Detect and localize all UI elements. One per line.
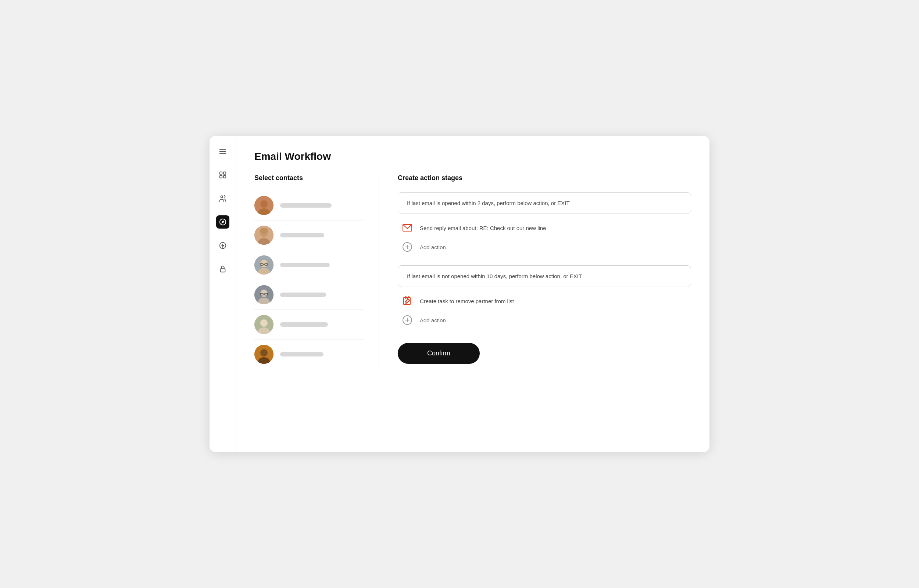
lock-icon[interactable]: [216, 262, 229, 276]
svg-point-35: [260, 349, 268, 357]
svg-rect-5: [220, 176, 222, 178]
add-action-label-1: Add action: [420, 244, 446, 250]
stage-actions-1: Send reply email about: RE: Check out ou…: [398, 221, 691, 254]
task-action-icon: [401, 294, 414, 308]
contact-name-placeholder: [280, 263, 330, 267]
add-action-row-1[interactable]: Add action: [401, 240, 691, 254]
list-item[interactable]: [254, 339, 364, 369]
menu-icon[interactable]: [216, 145, 229, 158]
app-window: Email Workflow Select contacts: [210, 136, 709, 452]
contact-list: [254, 191, 364, 369]
svg-point-18: [260, 228, 268, 234]
contact-name-placeholder: [280, 292, 326, 297]
list-item[interactable]: [254, 280, 364, 310]
svg-marker-9: [221, 221, 224, 223]
right-panel: Create action stages If last email is op…: [380, 174, 691, 369]
svg-rect-6: [223, 176, 225, 178]
stage-actions-2: Create task to remove partner from list: [398, 294, 691, 327]
stage-block-1: If last email is opened within 2 days, p…: [398, 192, 691, 254]
avatar: [254, 226, 273, 245]
add-action-icon-1: [401, 240, 414, 254]
avatar: [254, 285, 273, 304]
svg-point-13: [260, 200, 268, 208]
two-column-layout: Select contacts: [254, 174, 691, 369]
svg-point-7: [221, 196, 223, 198]
avatar: [254, 345, 273, 364]
avatar: [254, 315, 273, 334]
action-row-email[interactable]: Send reply email about: RE: Check out ou…: [401, 221, 691, 234]
contact-name-placeholder: [280, 203, 331, 208]
add-action-icon-2: [401, 313, 414, 327]
confirm-button[interactable]: Confirm: [398, 343, 480, 364]
svg-rect-11: [220, 269, 225, 272]
add-action-row-2[interactable]: Add action: [401, 313, 691, 327]
list-item[interactable]: [254, 310, 364, 339]
left-panel: Select contacts: [254, 174, 380, 369]
sidebar: [210, 136, 236, 452]
svg-rect-3: [220, 172, 222, 174]
svg-rect-4: [223, 172, 225, 174]
stage-condition-1: If last email is opened within 2 days, p…: [398, 192, 691, 214]
select-contacts-title: Select contacts: [254, 174, 364, 182]
stage-block-2: If last email is not opened within 10 da…: [398, 265, 691, 327]
list-item[interactable]: [254, 191, 364, 221]
stage-condition-2: If last email is not opened within 10 da…: [398, 265, 691, 287]
compass-icon[interactable]: [216, 215, 229, 229]
task-action-label: Create task to remove partner from list: [420, 298, 514, 304]
lightning-icon[interactable]: [216, 239, 229, 252]
email-action-icon: [401, 221, 414, 234]
page-title: Email Workflow: [254, 151, 691, 162]
list-item[interactable]: [254, 250, 364, 280]
people-icon[interactable]: [216, 192, 229, 205]
grid-icon[interactable]: [216, 168, 229, 181]
contact-name-placeholder: [280, 322, 328, 327]
avatar: [254, 196, 273, 215]
contact-name-placeholder: [280, 233, 324, 237]
email-action-label: Send reply email about: RE: Check out ou…: [420, 225, 546, 231]
action-stages-title: Create action stages: [398, 174, 691, 182]
contact-name-placeholder: [280, 352, 323, 357]
add-action-label-2: Add action: [420, 317, 446, 323]
avatar: [254, 255, 273, 275]
main-content: Email Workflow Select contacts: [236, 136, 709, 452]
list-item[interactable]: [254, 221, 364, 250]
action-row-task[interactable]: Create task to remove partner from list: [401, 294, 691, 308]
svg-point-32: [260, 319, 268, 327]
